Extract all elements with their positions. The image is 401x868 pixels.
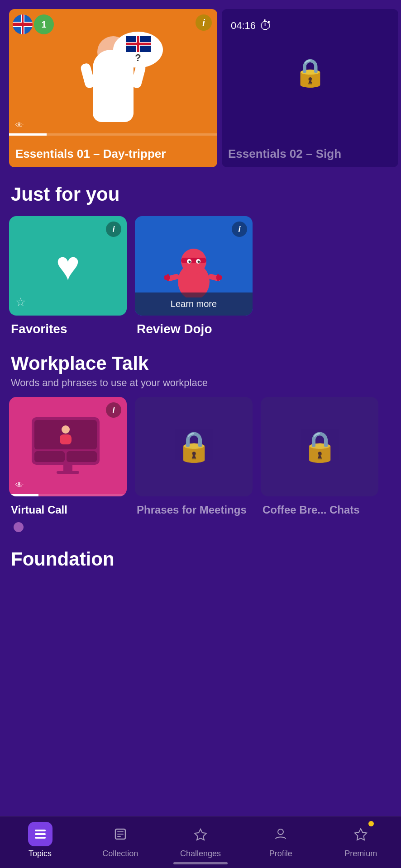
profile-icon <box>274 827 287 841</box>
review-dojo-label: Review Dojo <box>135 322 253 336</box>
nav-collection[interactable]: Collection <box>98 822 143 859</box>
phrases-inner: 🔒 <box>135 397 253 496</box>
svg-marker-27 <box>355 829 367 840</box>
svg-rect-17 <box>217 274 219 281</box>
challenges-icon-wrap <box>188 822 213 846</box>
foundation-section: Foundation <box>0 532 401 578</box>
workplace-talk-section-header: Workplace Talk Words and phrases to use … <box>0 336 401 397</box>
collection-icon <box>114 827 127 841</box>
favorites-info-button[interactable]: i <box>106 222 121 237</box>
premium-icon-wrap <box>348 822 373 846</box>
course-card-1[interactable]: 1 i <box>9 9 217 167</box>
course-cards-row: 1 i <box>0 0 401 167</box>
svg-point-11 <box>198 261 200 263</box>
nav-challenges[interactable]: Challenges <box>178 822 223 859</box>
workplace-talk-cards: i <box>0 397 401 532</box>
collection-label: Collection <box>102 849 138 859</box>
coffee-label: Coffee Bre... Chats <box>261 503 378 517</box>
phrases-card: 🔒 Phrases for Meetings <box>135 397 253 532</box>
just-for-you-title: Just for you <box>11 184 390 205</box>
main-content: 1 i <box>0 0 401 632</box>
svg-point-10 <box>189 261 191 263</box>
virtual-call-inner: i <box>9 397 127 496</box>
premium-label: Premium <box>344 849 377 859</box>
card-info-button[interactable]: i <box>196 14 212 31</box>
coffee-inner: 🔒 <box>261 397 378 496</box>
dot-indicator <box>14 522 24 532</box>
progress-bar <box>9 133 217 136</box>
eye-icon: 👁 <box>15 481 24 490</box>
course-card-2: 04:16 ⏱ 🔒 Essentials 02 – Sigh <box>222 9 398 167</box>
bottom-nav: Topics Collection Challenges <box>0 816 401 868</box>
svg-rect-23 <box>117 834 124 835</box>
lock-icon: 🔒 <box>293 57 327 89</box>
lock-icon: 🔒 <box>301 429 338 464</box>
premium-icon <box>354 827 368 841</box>
level-badge: 1 <box>34 14 54 34</box>
home-indicator <box>173 862 228 864</box>
monitor-illustration <box>32 417 104 476</box>
profile-icon-wrap <box>268 822 293 846</box>
just-for-you-section-header: Just for you <box>0 167 401 216</box>
svg-rect-7 <box>181 258 206 263</box>
card2-label: Essentials 02 – Sigh <box>222 142 398 167</box>
learn-more-text: Learn more <box>171 299 217 309</box>
challenges-label: Challenges <box>180 849 221 859</box>
lock-icon: 🔒 <box>176 429 212 464</box>
svg-point-26 <box>278 829 283 835</box>
svg-rect-22 <box>117 831 124 832</box>
coffee-card: 🔒 Coffee Bre... Chats <box>261 397 378 532</box>
challenges-icon <box>194 827 207 841</box>
progress-fill <box>9 133 47 136</box>
topics-label: Topics <box>29 849 52 859</box>
nav-premium[interactable]: Premium <box>338 822 383 859</box>
profile-label: Profile <box>269 849 292 859</box>
heart-icon: ♥ <box>56 243 80 289</box>
review-dojo-card[interactable]: i <box>135 216 253 336</box>
svg-rect-4 <box>22 14 24 34</box>
eye-icon: 👁 <box>15 121 24 130</box>
review-info-button[interactable]: i <box>232 222 247 237</box>
workplace-talk-title: Workplace Talk <box>11 353 390 374</box>
svg-rect-15 <box>167 274 169 281</box>
card1-label: Essentials 01 – Day-tripper <box>9 142 217 167</box>
collection-icon-wrap <box>108 822 133 846</box>
person-illustration: ? <box>68 23 158 122</box>
svg-rect-20 <box>35 837 46 839</box>
just-for-you-cards: i ♥ ☆ Favorites i <box>0 216 401 336</box>
premium-dot <box>368 821 374 826</box>
virtual-call-card[interactable]: i <box>9 397 127 532</box>
foundation-title: Foundation <box>11 548 390 570</box>
svg-rect-19 <box>35 833 46 835</box>
workplace-talk-subtitle: Words and phrases to use at your workpla… <box>11 377 390 389</box>
speech-bubble: ? <box>113 32 163 68</box>
virtual-call-label: Virtual Call <box>9 503 127 517</box>
progress-fill <box>9 494 38 496</box>
nav-topics[interactable]: Topics <box>18 822 63 859</box>
review-dojo-card-inner: i <box>135 216 253 316</box>
progress-bar <box>9 494 127 496</box>
learn-more-overlay: Learn more <box>135 292 253 316</box>
nav-profile[interactable]: Profile <box>258 822 303 859</box>
avatar-circle <box>13 14 33 34</box>
svg-rect-18 <box>35 830 46 831</box>
timer-icon: ⏱ <box>259 18 272 33</box>
svg-rect-24 <box>117 836 121 837</box>
topics-icon-wrap <box>28 822 53 846</box>
favorites-card[interactable]: i ♥ ☆ Favorites <box>9 216 127 336</box>
ninja-illustration <box>164 234 223 297</box>
card-timer: 04:16 ⏱ <box>231 18 272 33</box>
favorites-card-inner: i ♥ ☆ <box>9 216 127 316</box>
svg-marker-25 <box>195 829 206 840</box>
favorites-label: Favorites <box>9 322 127 336</box>
virtual-info-button[interactable]: i <box>106 402 121 418</box>
topics-icon <box>33 827 47 841</box>
star-icon: ☆ <box>15 295 26 309</box>
phrases-label: Phrases for Meetings <box>135 503 253 517</box>
